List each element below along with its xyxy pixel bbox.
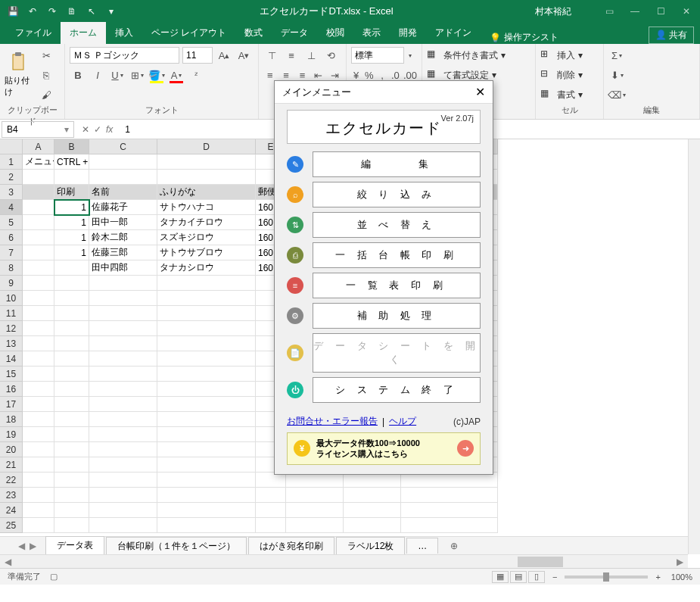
cell[interactable] bbox=[23, 518, 54, 533]
row-header[interactable]: 3 bbox=[0, 185, 23, 200]
cell[interactable]: 名前 bbox=[89, 185, 157, 200]
row-header[interactable]: 23 bbox=[0, 488, 23, 503]
cell[interactable] bbox=[54, 473, 89, 488]
cell[interactable] bbox=[157, 170, 256, 185]
cell[interactable] bbox=[157, 336, 256, 351]
cell[interactable]: サトウハナコ bbox=[157, 200, 256, 215]
tab-insert[interactable]: 挿入 bbox=[106, 22, 142, 44]
cell[interactable] bbox=[89, 321, 157, 336]
conditional-formatting[interactable]: ▦条件付き書式 ▾ bbox=[427, 47, 530, 64]
aux-button[interactable]: 補 助 処 理 bbox=[313, 303, 481, 329]
format-painter-icon[interactable]: 🖌 bbox=[38, 86, 54, 103]
cell[interactable] bbox=[89, 473, 157, 488]
cell[interactable] bbox=[344, 473, 401, 488]
share-button[interactable]: 👤 共有 bbox=[649, 27, 694, 44]
delete-cells[interactable]: ⊟削除 ▾ bbox=[540, 67, 599, 83]
cell[interactable] bbox=[286, 473, 344, 488]
row-header[interactable]: 22 bbox=[0, 473, 23, 488]
row-header[interactable]: 14 bbox=[0, 351, 23, 367]
font-size-select[interactable] bbox=[182, 47, 213, 64]
list-print-button[interactable]: 一 覧 表 印 刷 bbox=[313, 273, 481, 298]
row-header[interactable]: 9 bbox=[0, 276, 23, 291]
cell[interactable] bbox=[54, 397, 89, 412]
border-button[interactable]: ⊞▾ bbox=[129, 67, 145, 83]
column-header[interactable]: C bbox=[89, 139, 157, 154]
tab-data[interactable]: データ bbox=[272, 22, 317, 44]
cell[interactable] bbox=[157, 382, 256, 397]
row-header[interactable]: 2 bbox=[0, 170, 23, 185]
cell[interactable] bbox=[23, 382, 54, 397]
cell[interactable] bbox=[89, 518, 157, 533]
paste-button[interactable]: 貼り付け bbox=[5, 52, 35, 98]
tell-me[interactable]: 💡 操作アシスト bbox=[481, 31, 568, 44]
help-link[interactable]: ヘルプ bbox=[389, 415, 416, 428]
tab-developer[interactable]: 開発 bbox=[390, 22, 426, 44]
cell[interactable]: 印刷 bbox=[54, 185, 89, 200]
row-header[interactable]: 1 bbox=[0, 154, 23, 170]
preview-icon[interactable]: 🗎 bbox=[65, 5, 79, 18]
filter-button[interactable]: 絞 り 込 み bbox=[313, 182, 481, 207]
column-header[interactable]: D bbox=[157, 139, 256, 154]
cell[interactable]: タナカシロウ bbox=[157, 260, 256, 276]
cell[interactable] bbox=[89, 503, 157, 518]
cell[interactable] bbox=[89, 276, 157, 291]
cell[interactable] bbox=[23, 185, 54, 200]
cell[interactable] bbox=[157, 457, 256, 473]
cell[interactable] bbox=[286, 518, 344, 533]
cell[interactable]: 佐藤三郎 bbox=[89, 245, 157, 260]
cell[interactable] bbox=[54, 276, 89, 291]
fill-color-button[interactable]: 🪣▾ bbox=[148, 67, 165, 83]
row-header[interactable]: 15 bbox=[0, 367, 23, 382]
select-all-button[interactable] bbox=[0, 139, 23, 154]
cell[interactable] bbox=[54, 382, 89, 397]
align-bottom-icon[interactable]: ⊥ bbox=[303, 47, 319, 64]
new-sheet-button[interactable]: ⊕ bbox=[440, 538, 468, 554]
row-header[interactable]: 13 bbox=[0, 336, 23, 351]
cell[interactable]: 鈴木二郎 bbox=[89, 230, 157, 245]
tab-home[interactable]: ホーム bbox=[61, 22, 106, 44]
grow-font-icon[interactable]: A▴ bbox=[216, 47, 232, 64]
cell[interactable]: ふりがな bbox=[157, 185, 256, 200]
close-icon[interactable]: ✕ bbox=[679, 6, 694, 17]
align-middle-icon[interactable]: ≡ bbox=[283, 47, 300, 64]
cell[interactable] bbox=[157, 503, 256, 518]
pointer-icon[interactable]: ↖ bbox=[85, 5, 98, 18]
cell[interactable] bbox=[157, 276, 256, 291]
cell[interactable] bbox=[401, 473, 498, 488]
underline-button[interactable]: U▾ bbox=[109, 67, 126, 83]
sheet-tab-more[interactable]: … bbox=[406, 538, 438, 554]
cell[interactable] bbox=[54, 351, 89, 367]
redo-icon[interactable]: ↷ bbox=[45, 5, 59, 18]
tab-file[interactable]: ファイル bbox=[6, 22, 61, 44]
sheet-tab[interactable]: はがき宛名印刷 bbox=[248, 537, 334, 555]
cell[interactable] bbox=[344, 518, 401, 533]
column-header[interactable]: A bbox=[23, 139, 54, 154]
italic-button[interactable]: I bbox=[89, 67, 106, 83]
cell[interactable] bbox=[344, 503, 401, 518]
sheet-tab[interactable]: データ表 bbox=[45, 536, 104, 555]
cell[interactable] bbox=[23, 200, 54, 215]
cell[interactable] bbox=[157, 427, 256, 442]
cell[interactable] bbox=[89, 367, 157, 382]
edit-button[interactable]: 編 集 bbox=[313, 151, 481, 177]
cell[interactable] bbox=[23, 276, 54, 291]
macro-record-icon[interactable]: ▢ bbox=[50, 572, 58, 582]
batch-print-button[interactable]: 一 括 台 帳 印 刷 bbox=[313, 242, 481, 268]
cell[interactable] bbox=[54, 442, 89, 457]
cell[interactable] bbox=[23, 503, 54, 518]
row-header[interactable]: 12 bbox=[0, 321, 23, 336]
cell[interactable] bbox=[286, 488, 344, 503]
cell[interactable] bbox=[89, 427, 157, 442]
autosum-icon[interactable]: Σ▾ bbox=[608, 47, 625, 64]
cell[interactable] bbox=[401, 503, 498, 518]
cell[interactable] bbox=[256, 518, 286, 533]
qat-more-icon[interactable]: ▾ bbox=[104, 5, 118, 18]
row-header[interactable]: 5 bbox=[0, 215, 23, 230]
cell[interactable]: 1 bbox=[54, 245, 89, 260]
cell[interactable] bbox=[401, 518, 498, 533]
phonetic-button[interactable]: ᶻ bbox=[188, 67, 204, 83]
cell[interactable]: 1 bbox=[54, 215, 89, 230]
cell[interactable] bbox=[157, 397, 256, 412]
cell[interactable] bbox=[157, 488, 256, 503]
fill-icon[interactable]: ⬇▾ bbox=[608, 67, 625, 83]
